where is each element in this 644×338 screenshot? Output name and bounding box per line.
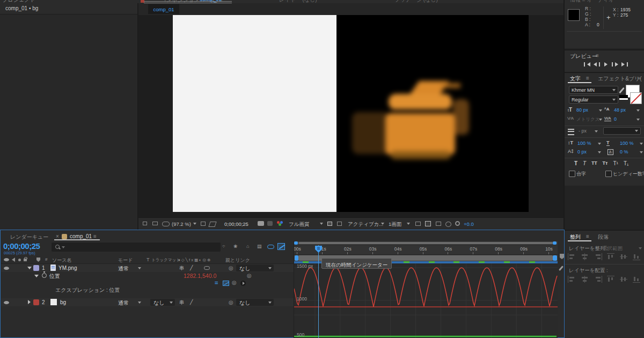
layer-row-1[interactable]: 1 YM.png 通常 串 ╱ ◎ なし <box>1 264 294 272</box>
scrollbar-left-cap[interactable] <box>294 241 298 245</box>
frame-blend-icon[interactable]: ▤ <box>257 244 262 249</box>
layer1-label-chip[interactable] <box>33 265 39 271</box>
source-name-column-header[interactable]: ソース名 <box>52 257 71 264</box>
resolution-caret[interactable] <box>320 223 323 225</box>
horizontal-scale-value[interactable]: 100 % <box>620 141 634 146</box>
distribute-right-button[interactable] <box>594 276 602 283</box>
ligatures-checkbox[interactable] <box>569 171 575 177</box>
baseline-shift-value[interactable]: 0 px <box>577 149 587 155</box>
small-caps-button[interactable]: Tᴛ <box>603 160 608 166</box>
mode-column-header[interactable]: モード <box>118 257 133 264</box>
exposure-gear-icon[interactable] <box>455 221 460 226</box>
keyframe-dash[interactable] <box>479 261 485 263</box>
mask-toggle-icon[interactable] <box>208 222 216 227</box>
position-value[interactable]: 1282.1,540.0 <box>184 273 216 279</box>
magnification-caret[interactable] <box>193 223 196 225</box>
draft3d-icon[interactable]: ❀ <box>233 244 238 249</box>
layer2-mode-caret[interactable] <box>138 302 141 304</box>
leading-value[interactable]: 48 px <box>614 107 626 113</box>
track-matte-column-header[interactable]: トラックマット <box>151 258 180 263</box>
graph-pen-icon[interactable] <box>559 266 564 271</box>
distribute-bottom-button[interactable] <box>632 276 641 283</box>
font-style-select[interactable]: Regular <box>569 95 618 104</box>
position-pickwhip-icon[interactable]: ◎ <box>247 273 252 278</box>
timeline-menu-icon[interactable]: ≡ <box>93 233 97 239</box>
keyframe-dash[interactable] <box>529 261 535 263</box>
tab-align[interactable]: 整列 <box>570 233 581 241</box>
character-menu-icon[interactable]: ≡ <box>586 75 589 81</box>
all-caps-button[interactable]: TT <box>591 160 597 166</box>
region-of-interest-icon[interactable] <box>327 222 332 226</box>
align-top-button[interactable] <box>606 253 615 260</box>
layer1-twirl-icon[interactable] <box>27 267 32 269</box>
camera-view-value[interactable]: アクティブカ... <box>348 221 383 228</box>
font-family-select[interactable]: Khmer MN <box>569 86 618 94</box>
stroke-width-value[interactable]: - px <box>579 128 587 134</box>
layer1-mode-caret[interactable] <box>138 267 141 269</box>
expression-name-label[interactable]: エクスプレッション : 位置 <box>55 286 120 294</box>
layer2-source-name[interactable]: bg <box>60 299 66 305</box>
work-area-start-handle[interactable] <box>295 255 298 261</box>
project-empty-area[interactable] <box>0 14 137 229</box>
position-twirl-icon[interactable] <box>34 275 39 277</box>
position-property-row[interactable]: 位置 1282.1,540.0 ◎ <box>1 272 294 280</box>
tsume-caret[interactable] <box>640 151 643 153</box>
time-ruler[interactable]: 00s01s02s03s04s05s06s07s08s09s10s <box>294 245 558 255</box>
prev-frame-button[interactable] <box>594 62 600 67</box>
keyframe-dash[interactable] <box>303 261 309 263</box>
timeline-button-icon[interactable] <box>436 222 441 226</box>
font-size-value[interactable]: 80 px <box>576 107 588 113</box>
layer1-mode-select[interactable]: 通常 <box>118 265 129 273</box>
eyedropper-icon[interactable] <box>619 87 625 94</box>
distribute-left-button[interactable] <box>568 276 576 283</box>
align-target-caret[interactable] <box>639 247 642 249</box>
roi-icon[interactable] <box>201 222 206 226</box>
hide-shy-icon[interactable]: ⌂ <box>246 244 249 249</box>
camera-view-caret[interactable] <box>381 223 384 225</box>
layer1-parent-pickwhip-icon[interactable]: ◎ <box>229 265 233 271</box>
keyframe-dash[interactable] <box>429 261 435 263</box>
graph-editor-icon[interactable] <box>277 243 285 250</box>
expression-pickwhip-icon[interactable]: ◎ <box>232 280 237 285</box>
layer1-parent-select[interactable]: なし <box>236 264 274 271</box>
comp-tab-close-icon[interactable]: × <box>56 233 59 239</box>
hindi-digits-checkbox[interactable] <box>605 171 612 177</box>
comp-flowchart-icon[interactable]: ⁘ <box>222 244 226 249</box>
preview-menu-icon[interactable]: ≡ <box>596 53 599 58</box>
panel-overflow-icon[interactable]: » <box>638 75 641 81</box>
motion-blur-icon[interactable] <box>267 245 274 249</box>
faux-bold-button[interactable]: T <box>574 160 577 166</box>
channel-glasses-icon[interactable] <box>162 222 170 226</box>
scrollbar-thumb[interactable] <box>298 242 553 244</box>
layer1-source-name[interactable]: YM.png <box>58 265 77 271</box>
playhead-line[interactable] <box>318 245 319 338</box>
stopwatch-icon[interactable] <box>42 273 47 278</box>
keyframe-dash[interactable] <box>504 261 510 263</box>
work-area-end-handle[interactable] <box>553 255 557 261</box>
view-layout-value[interactable]: 1画面 <box>389 221 401 228</box>
next-frame-button[interactable] <box>612 62 618 67</box>
align-target-value[interactable]: 選択範囲 <box>602 245 623 252</box>
current-timecode[interactable]: 0;00;00;25 <box>3 241 40 251</box>
vertical-scale-caret[interactable] <box>598 143 601 145</box>
expression-equals-toggle[interactable]: = <box>215 280 218 286</box>
expression-graph-icon[interactable] <box>223 281 229 286</box>
graph-plot-area[interactable]: 1500 px 1000 500 <box>294 263 558 338</box>
bw-default-swatch[interactable] <box>619 95 628 100</box>
layer1-motion-blur-switch[interactable] <box>204 266 210 270</box>
layer2-parent-select[interactable]: なし <box>236 299 274 306</box>
layer2-mode-select[interactable]: 通常 <box>118 299 129 307</box>
layer-row-2[interactable]: 2 bg 通常 なし 串 ╱ ◎ なし <box>1 298 294 306</box>
layer1-visibility-toggle[interactable] <box>4 267 9 270</box>
leading-caret[interactable] <box>636 109 640 112</box>
horizontal-scale-caret[interactable] <box>640 143 643 145</box>
layer2-twirl-icon[interactable] <box>28 300 31 304</box>
font-size-caret[interactable] <box>599 109 602 112</box>
viewer-stage[interactable] <box>138 15 564 217</box>
snapshot-stack-icon[interactable] <box>143 222 147 225</box>
transparency-grid-icon[interactable] <box>337 222 342 226</box>
vertical-scale-value[interactable]: 100 % <box>577 141 591 146</box>
subscript-button[interactable]: T₁ <box>624 160 628 166</box>
layer2-parent-pickwhip-icon[interactable]: ◎ <box>229 299 233 305</box>
distribute-top-button[interactable] <box>606 276 615 283</box>
